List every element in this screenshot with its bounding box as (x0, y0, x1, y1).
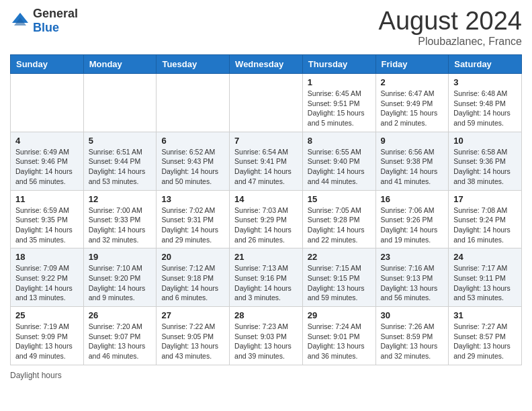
day-number: 3 (453, 77, 517, 87)
day-info: Sunrise: 7:05 AM Sunset: 9:28 PM Dayligh… (308, 205, 371, 245)
calendar-cell: 14Sunrise: 7:03 AM Sunset: 9:29 PM Dayli… (230, 190, 303, 248)
day-info: Sunrise: 6:49 AM Sunset: 9:46 PM Dayligh… (15, 147, 79, 187)
calendar-cell (83, 74, 157, 132)
calendar-cell: 30Sunrise: 7:26 AM Sunset: 8:59 PM Dayli… (375, 307, 449, 365)
day-number: 12 (89, 194, 152, 204)
day-number: 9 (381, 136, 444, 146)
calendar-cell: 16Sunrise: 7:06 AM Sunset: 9:26 PM Dayli… (375, 190, 449, 248)
day-number: 24 (453, 252, 517, 262)
day-number: 5 (89, 136, 152, 146)
day-number: 28 (234, 310, 298, 320)
day-info: Sunrise: 7:06 AM Sunset: 9:26 PM Dayligh… (381, 205, 444, 245)
footer-label: Daylight hours (10, 371, 62, 380)
calendar-cell: 9Sunrise: 6:56 AM Sunset: 9:38 PM Daylig… (375, 132, 449, 190)
day-info: Sunrise: 7:12 AM Sunset: 9:18 PM Dayligh… (161, 263, 224, 303)
calendar-cell: 1Sunrise: 6:45 AM Sunset: 9:51 PM Daylig… (302, 74, 375, 132)
calendar-cell: 22Sunrise: 7:15 AM Sunset: 9:15 PM Dayli… (302, 248, 375, 307)
day-info: Sunrise: 7:13 AM Sunset: 9:16 PM Dayligh… (234, 263, 298, 303)
day-info: Sunrise: 6:54 AM Sunset: 9:41 PM Dayligh… (234, 147, 298, 187)
calendar-cell: 5Sunrise: 6:51 AM Sunset: 9:44 PM Daylig… (83, 132, 157, 190)
calendar-cell: 3Sunrise: 6:48 AM Sunset: 9:48 PM Daylig… (449, 74, 522, 132)
calendar-cell: 27Sunrise: 7:22 AM Sunset: 9:05 PM Dayli… (157, 307, 230, 365)
calendar-cell: 11Sunrise: 6:59 AM Sunset: 9:35 PM Dayli… (11, 190, 84, 248)
calendar-table: SundayMondayTuesdayWednesdayThursdayFrid… (10, 54, 522, 365)
calendar-cell: 31Sunrise: 7:27 AM Sunset: 8:57 PM Dayli… (449, 307, 522, 365)
day-info: Sunrise: 7:09 AM Sunset: 9:22 PM Dayligh… (15, 263, 79, 303)
day-info: Sunrise: 6:59 AM Sunset: 9:35 PM Dayligh… (15, 205, 79, 245)
calendar-body: 1Sunrise: 6:45 AM Sunset: 9:51 PM Daylig… (11, 74, 522, 365)
day-info: Sunrise: 6:45 AM Sunset: 9:51 PM Dayligh… (308, 89, 371, 128)
header: General Blue August 2024 Ploubazlanec, F… (10, 7, 522, 48)
day-number: 8 (308, 136, 371, 146)
calendar-cell: 21Sunrise: 7:13 AM Sunset: 9:16 PM Dayli… (230, 248, 303, 307)
day-number: 26 (89, 310, 152, 320)
day-number: 10 (453, 136, 517, 146)
day-number: 15 (308, 194, 371, 204)
day-number: 14 (234, 194, 298, 204)
calendar-cell: 24Sunrise: 7:17 AM Sunset: 9:11 PM Dayli… (449, 248, 522, 307)
day-info: Sunrise: 7:02 AM Sunset: 9:31 PM Dayligh… (161, 205, 224, 245)
day-number: 25 (15, 310, 79, 320)
calendar-cell: 28Sunrise: 7:23 AM Sunset: 9:03 PM Dayli… (230, 307, 303, 365)
day-info: Sunrise: 7:27 AM Sunset: 8:57 PM Dayligh… (453, 322, 517, 361)
calendar-week-row: 1Sunrise: 6:45 AM Sunset: 9:51 PM Daylig… (11, 74, 522, 132)
calendar-cell: 25Sunrise: 7:19 AM Sunset: 9:09 PM Dayli… (11, 307, 84, 365)
calendar-cell: 12Sunrise: 7:00 AM Sunset: 9:33 PM Dayli… (83, 190, 157, 248)
day-info: Sunrise: 6:52 AM Sunset: 9:43 PM Dayligh… (161, 147, 224, 187)
logo-blue-text: Blue (33, 21, 78, 35)
day-number: 7 (234, 136, 298, 146)
footer: Daylight hours (10, 371, 522, 380)
day-info: Sunrise: 6:58 AM Sunset: 9:36 PM Dayligh… (453, 147, 517, 187)
day-number: 31 (453, 310, 517, 320)
day-number: 11 (15, 194, 79, 204)
day-number: 21 (234, 252, 298, 262)
day-number: 16 (381, 194, 444, 204)
calendar-header: SundayMondayTuesdayWednesdayThursdayFrid… (11, 55, 522, 74)
calendar-cell: 18Sunrise: 7:09 AM Sunset: 9:22 PM Dayli… (11, 248, 84, 307)
day-info: Sunrise: 7:10 AM Sunset: 9:20 PM Dayligh… (89, 263, 152, 303)
weekday-header-friday: Friday (375, 55, 449, 74)
calendar-cell (230, 74, 303, 132)
day-number: 19 (89, 252, 152, 262)
calendar-cell: 29Sunrise: 7:24 AM Sunset: 9:01 PM Dayli… (302, 307, 375, 365)
day-info: Sunrise: 7:24 AM Sunset: 9:01 PM Dayligh… (308, 322, 371, 361)
day-number: 6 (161, 136, 224, 146)
calendar-week-row: 25Sunrise: 7:19 AM Sunset: 9:09 PM Dayli… (11, 307, 522, 365)
calendar-cell: 7Sunrise: 6:54 AM Sunset: 9:41 PM Daylig… (230, 132, 303, 190)
day-info: Sunrise: 7:20 AM Sunset: 9:07 PM Dayligh… (89, 322, 152, 361)
day-info: Sunrise: 6:51 AM Sunset: 9:44 PM Dayligh… (89, 147, 152, 187)
day-info: Sunrise: 7:26 AM Sunset: 8:59 PM Dayligh… (381, 322, 444, 361)
day-number: 29 (308, 310, 371, 320)
calendar-cell: 6Sunrise: 6:52 AM Sunset: 9:43 PM Daylig… (157, 132, 230, 190)
logo-text: General Blue (33, 7, 78, 35)
logo: General Blue (10, 7, 78, 35)
day-info: Sunrise: 6:47 AM Sunset: 9:49 PM Dayligh… (381, 89, 444, 128)
day-info: Sunrise: 7:16 AM Sunset: 9:13 PM Dayligh… (381, 263, 444, 303)
weekday-header-row: SundayMondayTuesdayWednesdayThursdayFrid… (11, 55, 522, 74)
location-subtitle: Ploubazlanec, France (379, 36, 522, 48)
day-info: Sunrise: 7:15 AM Sunset: 9:15 PM Dayligh… (308, 263, 371, 303)
calendar-week-row: 18Sunrise: 7:09 AM Sunset: 9:22 PM Dayli… (11, 248, 522, 307)
calendar-cell: 13Sunrise: 7:02 AM Sunset: 9:31 PM Dayli… (157, 190, 230, 248)
calendar-cell: 26Sunrise: 7:20 AM Sunset: 9:07 PM Dayli… (83, 307, 157, 365)
logo-general-text: General (33, 7, 78, 21)
day-info: Sunrise: 6:55 AM Sunset: 9:40 PM Dayligh… (308, 147, 371, 187)
weekday-header-monday: Monday (83, 55, 157, 74)
calendar-cell: 10Sunrise: 6:58 AM Sunset: 9:36 PM Dayli… (449, 132, 522, 190)
day-info: Sunrise: 7:03 AM Sunset: 9:29 PM Dayligh… (234, 205, 298, 245)
day-info: Sunrise: 7:08 AM Sunset: 9:24 PM Dayligh… (453, 205, 517, 245)
weekday-header-saturday: Saturday (449, 55, 522, 74)
day-number: 4 (15, 136, 79, 146)
day-number: 30 (381, 310, 444, 320)
title-block: August 2024 Ploubazlanec, France (379, 7, 522, 48)
day-number: 18 (15, 252, 79, 262)
calendar-cell: 17Sunrise: 7:08 AM Sunset: 9:24 PM Dayli… (449, 190, 522, 248)
calendar-cell: 2Sunrise: 6:47 AM Sunset: 9:49 PM Daylig… (375, 74, 449, 132)
day-info: Sunrise: 7:17 AM Sunset: 9:11 PM Dayligh… (453, 263, 517, 303)
day-number: 17 (453, 194, 517, 204)
day-number: 2 (381, 77, 444, 87)
weekday-header-tuesday: Tuesday (157, 55, 230, 74)
calendar-cell: 15Sunrise: 7:05 AM Sunset: 9:28 PM Dayli… (302, 190, 375, 248)
weekday-header-wednesday: Wednesday (230, 55, 303, 74)
calendar-cell: 4Sunrise: 6:49 AM Sunset: 9:46 PM Daylig… (11, 132, 84, 190)
